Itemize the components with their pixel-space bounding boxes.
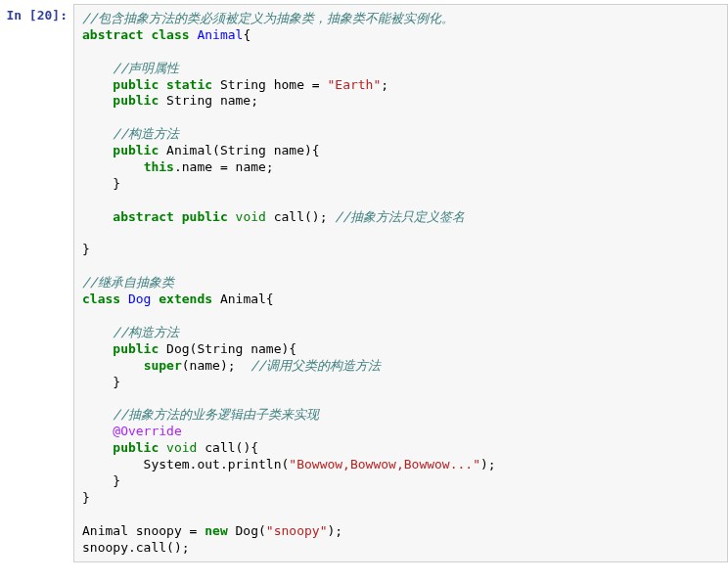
input-prompt: In [20]: — [0, 4, 73, 22]
output-prompt — [0, 570, 73, 574]
output-area: Bowwow,Bowwow,Bowwow... — [73, 570, 728, 583]
code-content: //包含抽象方法的类必须被定义为抽象类，抽象类不能被实例化。 abstract … — [82, 11, 719, 556]
code-area[interactable]: //包含抽象方法的类必须被定义为抽象类，抽象类不能被实例化。 abstract … — [73, 4, 728, 562]
input-cell: In [20]: //包含抽象方法的类必须被定义为抽象类，抽象类不能被实例化。 … — [0, 0, 728, 566]
output-cell: Bowwow,Bowwow,Bowwow... — [0, 566, 728, 583]
